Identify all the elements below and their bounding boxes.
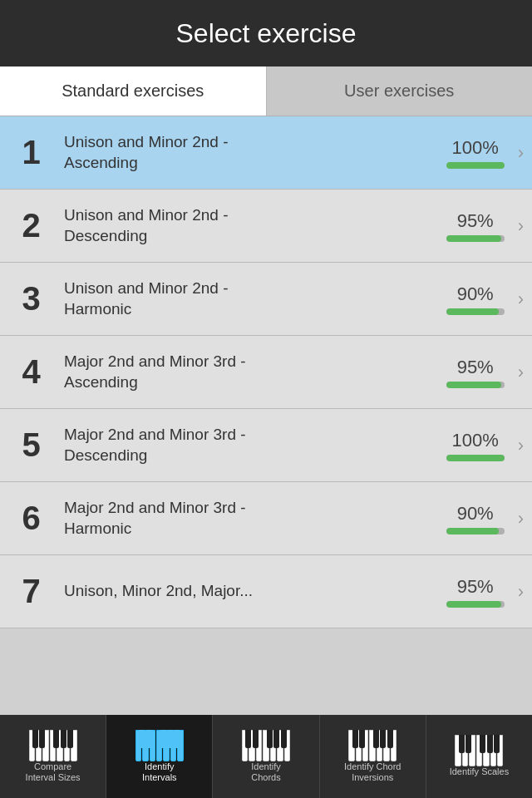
exercise-score-area: 90% [438,283,513,315]
exercise-item-2[interactable]: 2Unison and Minor 2nd - Descending95%› [0,190,532,263]
exercise-score: 95% [457,576,494,598]
nav-label: Identify Intervals [142,761,177,783]
exercise-score: 90% [457,283,494,305]
progress-bar [446,601,505,608]
page-title: Select exercise [176,18,357,49]
progress-bar [446,308,505,315]
progress-bar-fill [446,308,499,315]
exercise-score-area: 100% [438,137,513,169]
progress-bar-fill [446,455,505,461]
progress-bar-fill [446,162,505,169]
tab-standard[interactable]: Standard exercises [0,66,267,116]
progress-bar [446,382,505,388]
exercise-number: 2 [8,207,54,244]
exercise-name: Major 2nd and Minor 3rd - Ascending [64,352,428,392]
piano-icon [135,730,184,761]
exercise-item-3[interactable]: 3Unison and Minor 2nd - Harmonic90%› [0,263,532,336]
piano-icon [455,735,503,766]
chevron-right-icon: › [518,142,524,164]
piano-icon [348,730,397,761]
exercise-score: 95% [457,210,494,232]
exercise-number: 7 [8,573,54,610]
exercise-number: 3 [8,280,54,318]
progress-bar-fill [446,528,499,534]
exercise-name: Major 2nd and Minor 3rd - Descending [64,425,428,466]
exercise-name: Unison, Minor 2nd, Major... [64,581,428,602]
chevron-right-icon: › [518,508,524,530]
progress-bar [446,528,505,534]
exercise-number: 5 [8,426,54,464]
nav-item-identify[interactable]: Identify Intervals [106,715,213,798]
exercise-name: Major 2nd and Minor 3rd - Harmonic [64,498,428,539]
exercise-item-5[interactable]: 5Major 2nd and Minor 3rd - Descending100… [0,409,532,482]
exercise-score: 90% [457,503,494,525]
nav-label: Identify Chords [251,761,280,783]
exercise-number: 4 [8,353,54,391]
tab-user[interactable]: User exercises [267,66,533,116]
exercise-score: 95% [457,357,494,378]
chevron-right-icon: › [518,435,524,456]
progress-bar-fill [446,601,502,608]
chevron-right-icon: › [518,288,524,310]
exercise-list: 1Unison and Minor 2nd - Ascending100%›2U… [0,116,532,715]
exercise-item-1[interactable]: 1Unison and Minor 2nd - Ascending100%› [0,116,532,190]
nav-label: Identify Scales [450,766,510,777]
exercise-score-area: 90% [438,503,513,534]
header: Select exercise [0,0,532,66]
nav-label: Compare Interval Sizes [26,761,81,783]
nav-item-inversions[interactable]: Identify Chord Inversions [320,715,426,798]
nav-label: Identify Chord Inversions [344,761,401,783]
chevron-right-icon: › [518,215,524,237]
chevron-right-icon: › [518,362,524,383]
exercise-item-6[interactable]: 6Major 2nd and Minor 3rd - Harmonic90%› [0,482,532,555]
exercise-score-area: 95% [438,210,513,242]
chevron-right-icon: › [518,581,524,603]
exercise-score-area: 100% [438,430,513,461]
exercise-name: Unison and Minor 2nd - Harmonic [64,278,428,319]
exercise-score-area: 95% [438,357,513,388]
nav-item-scales[interactable]: Identify Scales [426,715,532,798]
exercise-name: Unison and Minor 2nd - Descending [64,205,428,246]
exercise-score-area: 95% [438,576,513,608]
exercise-name: Unison and Minor 2nd - Ascending [64,132,428,173]
piano-icon [242,730,290,761]
bottom-nav: Compare Interval SizesIdentify Intervals… [0,715,532,798]
exercise-score: 100% [452,137,499,159]
progress-bar-fill [446,235,502,242]
progress-bar [446,455,505,461]
progress-bar [446,162,505,169]
exercise-number: 1 [8,134,54,171]
tab-bar: Standard exercises User exercises [0,66,532,116]
progress-bar-fill [446,382,502,388]
exercise-score: 100% [452,430,499,451]
exercise-number: 6 [8,500,54,537]
exercise-item-4[interactable]: 4Major 2nd and Minor 3rd - Ascending95%› [0,336,532,409]
piano-icon [29,730,77,761]
nav-item-chords[interactable]: Identify Chords [213,715,319,798]
nav-item-compare[interactable]: Compare Interval Sizes [0,715,106,798]
progress-bar [446,235,505,242]
exercise-item-7[interactable]: 7Unison, Minor 2nd, Major...95%› [0,555,532,628]
